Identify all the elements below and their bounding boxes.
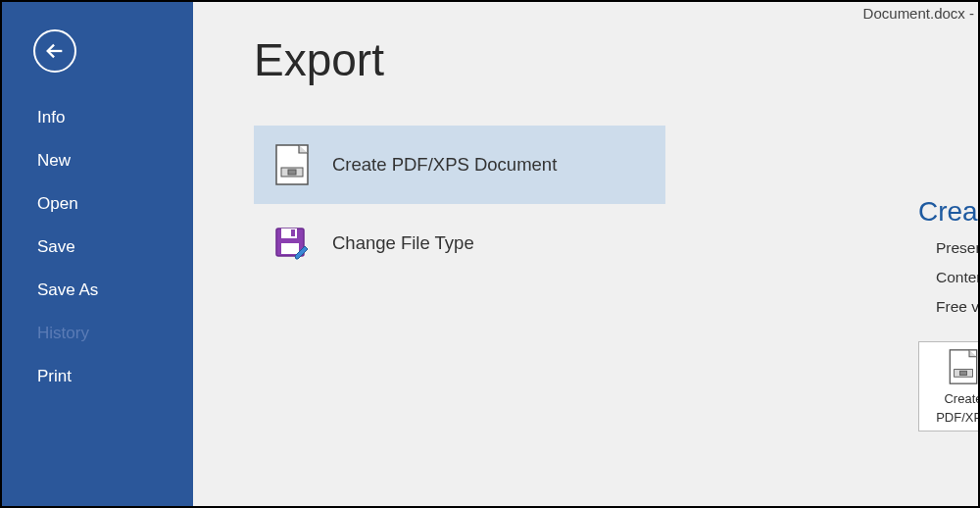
nav-item-save-as[interactable]: Save As xyxy=(2,269,193,312)
back-button[interactable] xyxy=(33,29,76,73)
nav-item-open[interactable]: Open xyxy=(2,182,193,226)
backstage-sidebar: Info New Open Save Save As History Print xyxy=(2,2,193,506)
nav-item-print[interactable]: Print xyxy=(2,355,193,398)
create-pdf-xps-button[interactable]: Create PDF/XPS xyxy=(918,341,980,432)
detail-title: Create a PDF/XPS xyxy=(918,196,978,228)
option-create-pdf-xps[interactable]: Create PDF/XPS Document xyxy=(254,126,665,204)
svg-rect-6 xyxy=(291,229,295,236)
svg-rect-3 xyxy=(288,170,296,175)
option-label: Change File Type xyxy=(332,232,474,254)
nav-item-save[interactable]: Save xyxy=(2,226,193,269)
button-label-line1: Create xyxy=(944,391,980,406)
export-option-list: Create PDF/XPS Document Change File Type xyxy=(254,126,665,282)
nav-item-info[interactable]: Info xyxy=(2,96,193,139)
page-heading: Export xyxy=(254,33,978,86)
detail-bullet: Preserves layout, formatting xyxy=(918,233,978,263)
pdf-page-icon xyxy=(273,143,311,186)
pdf-page-icon xyxy=(949,349,978,387)
option-label: Create PDF/XPS Document xyxy=(332,154,557,176)
detail-bullet: Free viewers are available o xyxy=(918,292,978,322)
floppy-edit-icon xyxy=(273,222,311,265)
button-label-line2: PDF/XPS xyxy=(936,410,980,425)
nav-item-new[interactable]: New xyxy=(2,139,193,182)
detail-panel: Create a PDF/XPS Preserves layout, forma… xyxy=(918,196,978,432)
option-change-file-type[interactable]: Change File Type xyxy=(254,204,665,282)
detail-bullet: Content can't be easily cha xyxy=(918,263,978,292)
back-arrow-icon xyxy=(44,40,66,62)
detail-bullet-list: Preserves layout, formatting Content can… xyxy=(918,228,978,322)
svg-rect-11 xyxy=(960,371,967,375)
svg-rect-7 xyxy=(281,243,299,254)
content-area: Export Create PDF/XPS Document xyxy=(193,2,978,506)
nav-item-history: History xyxy=(2,312,193,355)
